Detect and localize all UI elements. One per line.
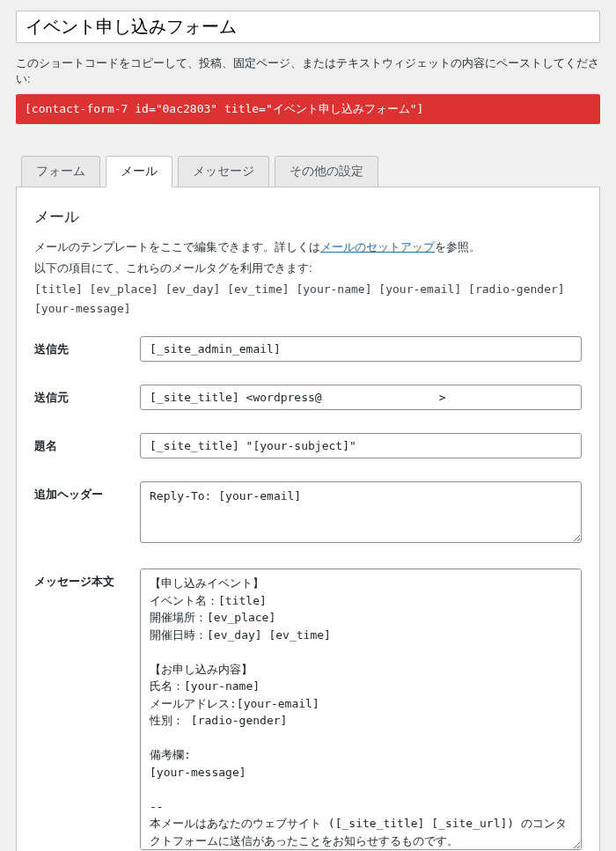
label-mail-subject: 題名 — [34, 433, 128, 459]
tab-messages[interactable]: メッセージ — [178, 156, 269, 187]
label-mail-body: メッセージ本文 — [34, 569, 128, 851]
tab-additional-settings[interactable]: その他の設定 — [275, 156, 378, 187]
shortcode-description: このショートコードをコピーして、投稿、固定ページ、またはテキストウィジェットの内… — [16, 55, 600, 87]
mail-setup-link[interactable]: メールのセットアップ — [320, 240, 435, 253]
textarea-mail-body[interactable] — [140, 569, 582, 850]
input-mail-to[interactable] — [140, 336, 582, 362]
panel-desc-pre: メールのテンプレートをここで編集できます。詳しくは — [34, 240, 320, 253]
panel-desc-post: を参照。 — [435, 240, 480, 253]
input-mail-from[interactable] — [140, 385, 582, 410]
label-mail-to: 送信先 — [34, 336, 128, 362]
form-title-input[interactable] — [16, 11, 600, 43]
panel-heading: メール — [34, 207, 582, 227]
mail-panel: メール メールのテンプレートをここで編集できます。詳しくはメールのセットアップを… — [16, 187, 600, 851]
panel-description: メールのテンプレートをここで編集できます。詳しくはメールのセットアップを参照。 — [34, 239, 582, 255]
mailtags-list: [title] [ev_place] [ev_day] [ev_time] [y… — [34, 280, 582, 319]
label-mail-from: 送信元 — [34, 385, 128, 410]
shortcode-box[interactable]: [contact-form-7 id="0ac2803" title="イベント… — [16, 94, 600, 124]
label-mail-headers: 追加ヘッダー — [34, 481, 128, 546]
tab-bar: フォーム メール メッセージ その他の設定 — [16, 156, 600, 187]
textarea-mail-headers[interactable] — [140, 481, 582, 543]
input-mail-subject[interactable] — [140, 433, 582, 459]
tab-mail[interactable]: メール — [106, 156, 172, 187]
tab-form[interactable]: フォーム — [21, 156, 100, 187]
mailtags-label: 以下の項目にて、これらのメールタグを利用できます: — [34, 260, 582, 276]
